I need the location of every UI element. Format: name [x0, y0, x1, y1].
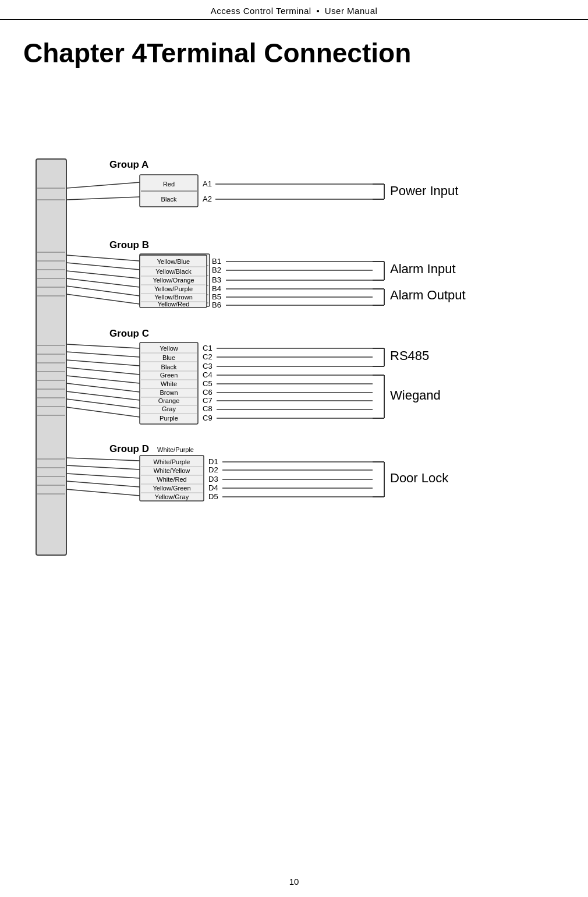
svg-line-156 — [66, 465, 140, 469]
svg-line-110 — [66, 360, 140, 366]
svg-text:Black: Black — [161, 196, 177, 203]
svg-text:Orange: Orange — [158, 397, 180, 404]
svg-text:B2: B2 — [212, 266, 221, 274]
svg-line-109 — [66, 352, 140, 357]
svg-line-111 — [66, 368, 140, 375]
svg-line-64 — [66, 263, 140, 270]
svg-text:Door Lock: Door Lock — [390, 471, 449, 485]
svg-text:A1: A1 — [203, 179, 212, 188]
diagram-svg: Group A Red Black A1 A2 Power Input Grou… — [0, 75, 588, 820]
svg-text:Black: Black — [161, 363, 177, 370]
svg-line-114 — [66, 391, 140, 400]
svg-text:Yellow: Yellow — [160, 345, 178, 352]
svg-text:D3: D3 — [208, 475, 218, 483]
svg-text:B3: B3 — [212, 276, 221, 284]
svg-text:B6: B6 — [212, 301, 221, 309]
svg-line-115 — [66, 399, 140, 408]
svg-text:B5: B5 — [212, 292, 221, 301]
svg-text:D4: D4 — [208, 483, 218, 492]
svg-text:White/Purple: White/Purple — [157, 446, 194, 453]
svg-text:Green: Green — [160, 372, 178, 379]
diagram-area: Group A Red Black A1 A2 Power Input Grou… — [0, 75, 588, 820]
svg-text:Group B: Group B — [109, 239, 149, 250]
svg-text:Red: Red — [163, 181, 175, 188]
svg-text:Group A: Group A — [109, 159, 148, 170]
svg-line-155 — [66, 458, 140, 461]
svg-text:Yellow/Green: Yellow/Green — [153, 485, 190, 492]
svg-text:C4: C4 — [203, 370, 212, 379]
svg-text:Blue: Blue — [162, 354, 175, 361]
svg-text:C3: C3 — [203, 362, 212, 370]
svg-line-116 — [66, 407, 140, 417]
svg-line-29 — [66, 197, 140, 200]
svg-text:C7: C7 — [203, 396, 212, 405]
svg-line-66 — [66, 278, 140, 287]
svg-text:C6: C6 — [203, 388, 212, 397]
svg-line-108 — [66, 344, 140, 348]
header: Access Control Terminal ▪ User Manual — [0, 0, 588, 20]
svg-text:C5: C5 — [203, 379, 212, 388]
svg-line-158 — [66, 481, 140, 487]
chapter-title: Chapter 4Terminal Connection — [0, 20, 588, 75]
svg-text:White: White — [161, 380, 177, 387]
svg-text:B1: B1 — [212, 257, 221, 266]
svg-text:Yellow/Red: Yellow/Red — [158, 301, 190, 308]
svg-text:D5: D5 — [208, 492, 218, 501]
header-subtitle: User Manual — [325, 6, 378, 16]
svg-text:RS485: RS485 — [390, 348, 429, 363]
svg-text:Alarm Output: Alarm Output — [390, 288, 466, 302]
svg-text:Gray: Gray — [162, 405, 176, 412]
svg-text:Purple: Purple — [160, 415, 178, 422]
svg-line-68 — [66, 294, 140, 304]
svg-line-67 — [66, 286, 140, 296]
svg-text:Group D: Group D — [109, 443, 149, 454]
svg-text:Yellow/Blue: Yellow/Blue — [157, 258, 190, 265]
svg-text:C2: C2 — [203, 352, 212, 361]
svg-text:Alarm Input: Alarm Input — [390, 262, 456, 276]
svg-line-65 — [66, 271, 140, 278]
svg-line-63 — [66, 255, 140, 261]
header-separator: ▪ — [316, 6, 320, 16]
svg-line-157 — [66, 474, 140, 478]
svg-text:Yellow/Black: Yellow/Black — [155, 268, 192, 275]
svg-text:C9: C9 — [203, 414, 212, 422]
svg-text:White/Red: White/Red — [157, 476, 186, 483]
svg-text:Power Input: Power Input — [390, 183, 458, 198]
svg-text:B4: B4 — [212, 284, 221, 293]
svg-text:C1: C1 — [203, 344, 212, 352]
svg-line-28 — [66, 182, 140, 188]
svg-text:D2: D2 — [208, 465, 218, 474]
svg-line-112 — [66, 376, 140, 383]
svg-text:D1: D1 — [208, 457, 218, 466]
svg-text:C8: C8 — [203, 404, 212, 413]
svg-text:Brown: Brown — [160, 389, 178, 396]
svg-rect-0 — [36, 159, 66, 555]
svg-text:Yellow/Purple: Yellow/Purple — [154, 285, 193, 292]
svg-line-113 — [66, 383, 140, 392]
svg-text:Yellow/Brown: Yellow/Brown — [154, 294, 193, 301]
header-title: Access Control Terminal — [211, 6, 311, 16]
svg-text:Yellow/Gray: Yellow/Gray — [155, 493, 189, 500]
svg-text:Yellow/Orange: Yellow/Orange — [153, 277, 194, 284]
svg-text:A2: A2 — [203, 195, 212, 203]
svg-text:White/Purple: White/Purple — [154, 458, 190, 465]
svg-line-159 — [66, 489, 140, 496]
svg-text:Wiegand: Wiegand — [390, 388, 441, 402]
svg-text:Group C: Group C — [109, 328, 149, 339]
page-number: 10 — [0, 877, 588, 887]
svg-text:White/Yellow: White/Yellow — [154, 467, 190, 474]
